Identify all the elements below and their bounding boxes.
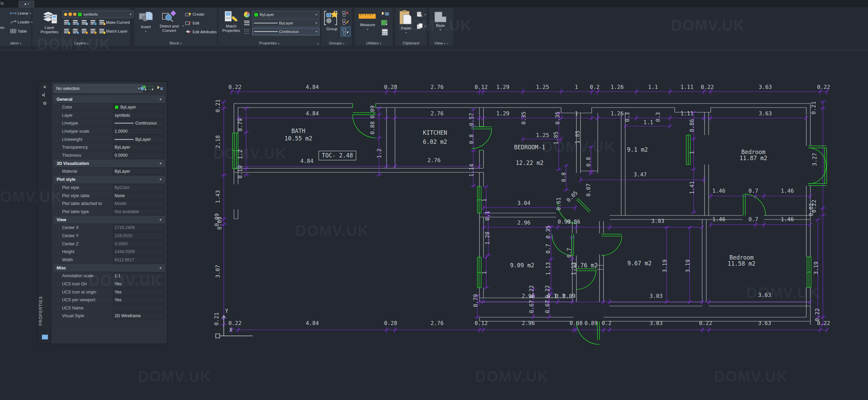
properties-panel-launcher-icon[interactable]: ↘ [316, 41, 319, 45]
property-value[interactable]: 216.0520 [113, 232, 164, 239]
panel-label-block[interactable]: Block ▾ [134, 41, 217, 45]
panel-label-properties[interactable]: Properties ▾ [218, 41, 320, 45]
palette-properties-icon[interactable] [42, 335, 48, 340]
leader-button[interactable]: Leader▾ [10, 20, 33, 24]
property-row: Thickness0.0000 [54, 152, 165, 160]
property-value[interactable] [113, 305, 164, 311]
panel-label-groups[interactable]: Groups ▾ [321, 41, 352, 45]
block-edit-button[interactable]: Edit [185, 21, 199, 25]
tab-fragment[interactable]: ls [1, 1, 4, 6]
layer-isolate-icon[interactable] [73, 20, 78, 24]
layer-lock-tool-icon[interactable] [90, 20, 96, 24]
measure-button[interactable]: Measure▾ [357, 11, 378, 32]
gear-icon[interactable]: ⚙ [38, 101, 51, 106]
calculator-icon[interactable] [381, 28, 389, 36]
insert-button[interactable]: Insert▾ [137, 11, 155, 34]
section-header-3d-visualization[interactable]: 3D Visualization▼ [54, 159, 165, 168]
group-selection-toggle-icon[interactable] [341, 27, 350, 36]
property-value[interactable]: ByLayer [113, 144, 164, 151]
quick-select-icon[interactable] [380, 11, 389, 18]
edit-attributes-icon [185, 30, 191, 34]
table-button[interactable]: Table [10, 29, 27, 33]
panel-label-layers[interactable]: Layers ▾ [33, 41, 130, 45]
dimension-label: 0.89 [585, 320, 598, 326]
linetype-combo[interactable]: Continuous▼ [252, 28, 319, 35]
section-header-plot-style[interactable]: Plot style▼ [54, 176, 165, 184]
property-value[interactable]: ByLayer [113, 136, 164, 143]
property-value[interactable]: ByLayer [113, 104, 164, 111]
auto-hide-icon[interactable]: ▸▏ [38, 93, 51, 97]
layer-off-icon[interactable] [64, 20, 70, 24]
property-value[interactable]: Continuous [113, 120, 164, 127]
property-value[interactable]: 1444.0309 [113, 248, 164, 255]
group-button[interactable]: Group [323, 10, 341, 31]
panel-label-utilities[interactable]: Utilities ▾ [355, 41, 393, 45]
property-label: Plot table attached to [54, 201, 113, 206]
annotation-big-label-fragment[interactable]: on [0, 25, 4, 30]
section-header-general[interactable]: General▼ [54, 95, 165, 103]
layer-on-tool-icon[interactable] [64, 29, 70, 33]
property-value[interactable]: symbols [113, 112, 164, 119]
section-header-view[interactable]: View▼ [54, 216, 165, 224]
block-create-button[interactable]: Create [185, 12, 204, 16]
properties-palette-titlebar: ✕ ▸▏ ⚙ PROPERTIES [38, 81, 52, 344]
linear-button[interactable]: Linear▾ [10, 11, 31, 15]
property-value[interactable]: Not available [113, 208, 164, 215]
property-row: UCS icon OnYes [54, 280, 165, 288]
property-value[interactable]: ByColor [113, 184, 164, 191]
section-header-misc[interactable]: Misc▼ [54, 264, 165, 272]
property-value[interactable]: 1715.2409 [113, 224, 164, 231]
layer-on-icon [64, 13, 67, 16]
ungroup-icon[interactable] [342, 11, 349, 17]
chevron-down-icon: ▼ [315, 22, 318, 25]
dimension-label: 0.61 [555, 197, 562, 211]
object-color-combo[interactable]: ByLayer▼ [252, 11, 319, 18]
quick-select-icon[interactable] [156, 85, 163, 92]
cut-button[interactable]: ▾ [416, 11, 426, 18]
copy-button[interactable]: ▾ [416, 23, 426, 30]
property-value[interactable]: 0.0000 [113, 241, 164, 247]
detect-and-convert-button[interactable]: Detect and Convert▾ [156, 11, 182, 33]
select-objects-icon[interactable] [148, 85, 155, 92]
selection-combo[interactable]: No selection▼ [54, 84, 143, 93]
layer-thaw-all-icon[interactable] [81, 29, 87, 33]
match-layer-button[interactable]: Match Layer [99, 29, 127, 33]
match-properties-button[interactable]: Match Properties [220, 11, 242, 33]
dimension-label: 1.1 [644, 119, 653, 126]
base-button[interactable]: Base▾ [433, 11, 448, 32]
property-value[interactable]: Model [113, 200, 164, 207]
make-current-button[interactable]: Make Current [99, 20, 130, 24]
property-value[interactable]: 6112.8517 [113, 256, 164, 263]
property-value[interactable]: ByLayer [113, 168, 164, 175]
edit-attributes-button[interactable]: Edit Attributes▾ [185, 30, 219, 34]
property-value[interactable]: 1.0000 [113, 128, 164, 135]
property-value[interactable]: Yes [113, 281, 164, 287]
property-value[interactable]: 2D Wireframe [113, 312, 164, 319]
property-value[interactable]: 0.0000 [113, 152, 164, 159]
toggle-pickadd-icon[interactable] [140, 85, 147, 92]
panel-cycle-icon: » [446, 42, 448, 45]
dimension-label: 0.35 [554, 112, 561, 125]
property-value[interactable]: None [113, 192, 164, 199]
layer-unisolate-icon[interactable] [73, 29, 78, 33]
layer-properties-button[interactable]: Layer Properties [37, 10, 62, 34]
property-value[interactable]: 1:1 [113, 272, 164, 279]
panel-label-annotation[interactable]: ation ▾ [0, 41, 31, 45]
layer-unlock-icon[interactable] [90, 29, 96, 33]
ribbon-collapse-button[interactable]: ▲ ▾ [19, 1, 34, 7]
dimension-label: 3.19 [662, 260, 668, 273]
layer-combo[interactable]: symbols ▼ [62, 11, 134, 18]
panel-label-clipboard[interactable]: Clipboard [395, 41, 427, 45]
panel-label-view[interactable]: View ▾ » [429, 41, 453, 45]
paste-button[interactable]: Paste▾ [397, 10, 415, 35]
property-value[interactable]: Yes [113, 297, 164, 303]
group-edit-icon[interactable] [342, 19, 349, 25]
lineweight-combo[interactable]: ByLayer▼ [252, 19, 319, 27]
property-value[interactable]: Yes [113, 289, 164, 296]
layer-freeze-icon[interactable] [81, 20, 87, 24]
close-icon[interactable]: ✕ [38, 84, 51, 90]
dimension-label: 1.41 [689, 181, 695, 194]
property-label: Linetype scale [54, 129, 113, 134]
quick-calc-icon[interactable] [380, 19, 389, 27]
dimension-label: 0.57 [468, 113, 475, 126]
